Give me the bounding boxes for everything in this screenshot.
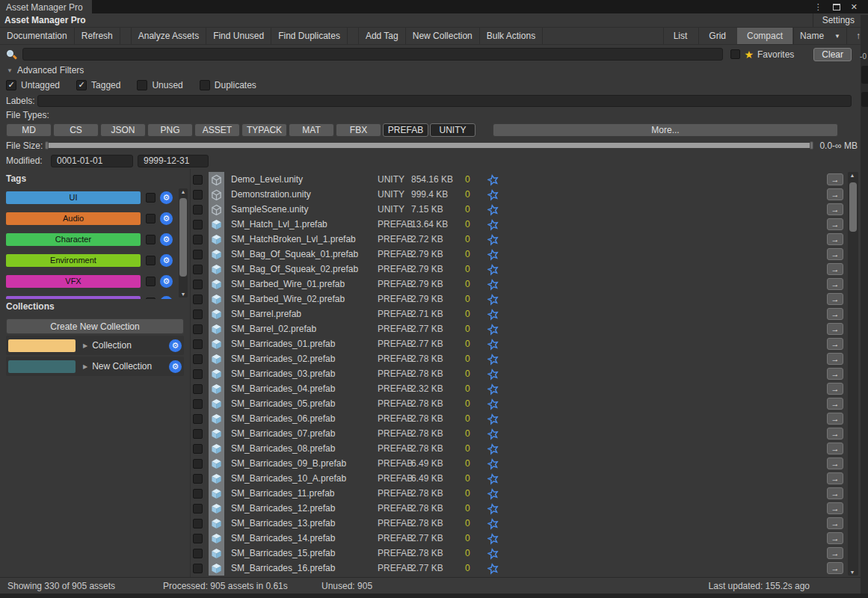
scroll-down-icon[interactable]: ▼ xyxy=(179,292,188,297)
asset-checkbox[interactable] xyxy=(193,309,203,319)
asset-checkbox[interactable] xyxy=(193,534,203,543)
checkbox[interactable]: ✓ xyxy=(6,80,16,90)
tag-pill[interactable]: Character xyxy=(6,233,141,246)
labels-input[interactable] xyxy=(37,95,852,107)
asset-checkbox[interactable] xyxy=(193,250,203,259)
open-asset-button[interactable]: → xyxy=(827,457,843,469)
favorite-star-icon[interactable] xyxy=(487,189,507,200)
collection-color-swatch[interactable] xyxy=(8,339,76,352)
modified-to-input[interactable] xyxy=(138,155,209,167)
asset-row[interactable]: SM_Barricades_06.prefab PREFAB 2.78 KB 0… xyxy=(191,411,868,426)
toolbar-button[interactable]: Find Duplicates xyxy=(271,28,348,44)
asset-checkbox[interactable] xyxy=(193,474,203,484)
filter-toggle[interactable]: ✓ Untagged xyxy=(6,80,60,90)
open-asset-button[interactable]: → xyxy=(827,368,843,380)
asset-checkbox[interactable] xyxy=(193,175,203,185)
expand-icon[interactable]: ▶ xyxy=(83,363,87,370)
tags-scrollbar-thumb[interactable] xyxy=(179,198,187,277)
asset-list-scrollbar[interactable]: ▲ ▼ xyxy=(848,172,858,576)
favorite-star-icon[interactable] xyxy=(487,264,507,275)
file-type-button[interactable]: ASSET xyxy=(194,123,240,137)
slider-min-handle[interactable] xyxy=(45,141,49,150)
asset-checkbox[interactable] xyxy=(193,295,203,304)
file-type-button[interactable]: MD xyxy=(6,123,52,137)
open-asset-button[interactable]: → xyxy=(827,413,843,425)
favorite-star-icon[interactable] xyxy=(487,458,507,469)
open-asset-button[interactable]: → xyxy=(827,218,843,230)
favorite-star-icon[interactable] xyxy=(487,219,507,230)
asset-row[interactable]: SM_Barricades_05.prefab PREFAB 2.78 KB 0… xyxy=(191,396,868,411)
filter-toggle[interactable]: ✓ Unused xyxy=(137,80,182,90)
asset-row[interactable]: SM_Barrel.prefab PREFAB 2.71 KB 0 → xyxy=(191,306,868,321)
open-asset-button[interactable]: → xyxy=(827,383,843,395)
asset-checkbox[interactable] xyxy=(193,399,203,409)
open-asset-button[interactable]: → xyxy=(827,532,843,544)
file-type-button[interactable]: CS xyxy=(53,123,99,137)
file-type-button[interactable]: FBX xyxy=(336,123,381,137)
clear-button[interactable]: Clear xyxy=(813,48,852,61)
open-asset-button[interactable]: → xyxy=(827,398,843,410)
asset-row[interactable]: Demonstration.unity UNITY 999.4 KB 0 → xyxy=(191,187,868,202)
search-input[interactable] xyxy=(22,48,723,61)
open-asset-button[interactable]: → xyxy=(827,263,843,275)
favorite-star-icon[interactable] xyxy=(487,518,507,529)
open-asset-button[interactable]: → xyxy=(827,338,843,350)
collection-gear-button[interactable]: ⚙ xyxy=(169,360,182,373)
asset-row[interactable]: SM_Barbed_Wire_01.prefab PREFAB 2.79 KB … xyxy=(191,277,868,292)
asset-checkbox[interactable] xyxy=(193,549,203,558)
toolbar-button[interactable]: Add Tag xyxy=(358,28,406,44)
asset-row[interactable]: SM_Hatch_Lvl_1.prefab PREFAB 13.64 KB 0 … xyxy=(191,217,868,232)
tag-checkbox[interactable] xyxy=(146,235,156,244)
asset-row[interactable]: SM_Barricades_16.prefab PREFAB 2.77 KB 0… xyxy=(191,561,868,576)
open-asset-button[interactable]: → xyxy=(827,308,843,320)
asset-row[interactable]: SM_HatchBroken_Lvl_1.prefab PREFAB 2.72 … xyxy=(191,232,868,247)
open-asset-button[interactable]: → xyxy=(827,562,843,574)
asset-row[interactable]: SM_Bag_Of_Squeak_01.prefab PREFAB 2.79 K… xyxy=(191,247,868,262)
tag-checkbox[interactable] xyxy=(146,193,156,203)
collection-color-swatch[interactable] xyxy=(8,360,76,373)
asset-row[interactable]: SM_Barricades_10_A.prefab PREFAB 6.49 KB… xyxy=(191,471,868,486)
collection-gear-button[interactable]: ⚙ xyxy=(169,339,182,352)
asset-checkbox[interactable] xyxy=(193,444,203,454)
asset-checkbox[interactable] xyxy=(193,369,203,379)
open-asset-button[interactable]: → xyxy=(827,487,843,499)
toolbar-button[interactable]: Find Unused xyxy=(206,28,271,44)
file-type-button[interactable]: MAT xyxy=(289,123,334,137)
favorite-star-icon[interactable] xyxy=(487,413,507,425)
tag-checkbox[interactable] xyxy=(146,277,156,286)
favorite-star-icon[interactable] xyxy=(487,443,507,454)
asset-row[interactable]: SM_Barricades_08.prefab PREFAB 2.78 KB 0… xyxy=(191,441,868,456)
open-asset-button[interactable]: → xyxy=(827,233,843,245)
collection-row[interactable]: ▶ New Collection ⚙ xyxy=(6,357,184,376)
create-new-collection-button[interactable]: Create New Collection xyxy=(6,318,184,334)
asset-checkbox[interactable] xyxy=(193,414,203,424)
file-type-button[interactable]: JSON xyxy=(100,123,146,137)
tag-pill[interactable]: UI xyxy=(6,191,141,204)
asset-checkbox[interactable] xyxy=(193,384,203,394)
favorite-star-icon[interactable] xyxy=(487,354,507,365)
open-asset-button[interactable]: → xyxy=(827,173,843,185)
collection-row[interactable]: ▶ Collection ⚙ xyxy=(6,336,184,355)
favorite-star-icon[interactable] xyxy=(487,488,507,499)
open-asset-button[interactable]: → xyxy=(827,203,843,215)
asset-checkbox[interactable] xyxy=(193,190,203,200)
asset-row[interactable]: SM_Barricades_07.prefab PREFAB 2.78 KB 0… xyxy=(191,426,868,441)
open-asset-button[interactable]: → xyxy=(827,443,843,454)
asset-row[interactable]: SampleScene.unity UNITY 7.15 KB 0 → xyxy=(191,202,868,217)
asset-checkbox[interactable] xyxy=(193,265,203,274)
expand-icon[interactable]: ▶ xyxy=(83,342,87,349)
asset-row[interactable]: SM_Barricades_14.prefab PREFAB 2.77 KB 0… xyxy=(191,531,868,546)
asset-row[interactable]: SM_Barrel_02.prefab PREFAB 2.77 KB 0 → xyxy=(191,321,868,336)
tag-pill[interactable]: VFX xyxy=(6,275,141,288)
tag-gear-button[interactable]: ⚙ xyxy=(160,191,173,204)
tag-gear-button[interactable]: ⚙ xyxy=(160,254,173,267)
open-asset-button[interactable]: → xyxy=(827,472,843,484)
settings-button[interactable]: Settings xyxy=(813,13,864,27)
favorite-star-icon[interactable] xyxy=(487,563,507,574)
filter-toggle[interactable]: ✓ Duplicates xyxy=(200,80,256,90)
panel-tab[interactable]: Asset Manager Pro xyxy=(0,0,92,13)
favorite-star-icon[interactable] xyxy=(487,428,507,440)
asset-checkbox[interactable] xyxy=(193,339,203,349)
open-asset-button[interactable]: → xyxy=(827,502,843,514)
asset-checkbox[interactable] xyxy=(193,489,203,499)
